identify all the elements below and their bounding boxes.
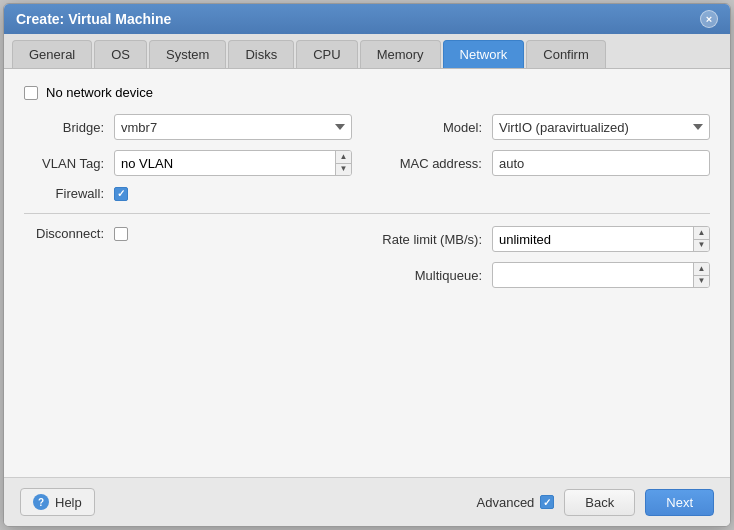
advanced-row: Advanced bbox=[477, 495, 555, 510]
disconnect-label: Disconnect: bbox=[24, 226, 104, 241]
vlan-spinner[interactable]: ▲ ▼ bbox=[114, 150, 352, 176]
footer: ? Help Advanced Back Next bbox=[4, 477, 730, 526]
create-vm-dialog: Create: Virtual Machine × General OS Sys… bbox=[3, 3, 731, 527]
vlan-label: VLAN Tag: bbox=[24, 156, 104, 171]
vlan-down-btn[interactable]: ▼ bbox=[336, 164, 351, 176]
rate-limit-input[interactable] bbox=[493, 230, 693, 249]
rate-limit-down-btn[interactable]: ▼ bbox=[694, 240, 709, 252]
next-button[interactable]: Next bbox=[645, 489, 714, 516]
rate-limit-row: Rate limit (MB/s): ▲ ▼ bbox=[382, 226, 710, 252]
no-network-row: No network device bbox=[24, 85, 710, 100]
multiqueue-input[interactable] bbox=[493, 266, 693, 285]
disconnect-checkbox[interactable] bbox=[114, 227, 128, 241]
vlan-spinner-btns: ▲ ▼ bbox=[335, 151, 351, 175]
tab-content: No network device Bridge: vmbr7 VLAN Tag… bbox=[4, 69, 730, 477]
firewall-label: Firewall: bbox=[24, 186, 104, 201]
firewall-checkbox[interactable] bbox=[114, 187, 128, 201]
tab-network[interactable]: Network bbox=[443, 40, 525, 68]
divider bbox=[24, 213, 710, 214]
model-label: Model: bbox=[382, 120, 482, 135]
multiqueue-up-btn[interactable]: ▲ bbox=[694, 263, 709, 276]
rate-limit-spinner-btns: ▲ ▼ bbox=[693, 227, 709, 251]
tab-cpu[interactable]: CPU bbox=[296, 40, 357, 68]
tab-system[interactable]: System bbox=[149, 40, 226, 68]
firewall-row: Firewall: bbox=[24, 186, 352, 201]
tab-os[interactable]: OS bbox=[94, 40, 147, 68]
vlan-row: VLAN Tag: ▲ ▼ bbox=[24, 150, 352, 176]
tab-confirm[interactable]: Confirm bbox=[526, 40, 606, 68]
rate-limit-label: Rate limit (MB/s): bbox=[382, 232, 482, 247]
multiqueue-down-btn[interactable]: ▼ bbox=[694, 276, 709, 288]
rate-limit-up-btn[interactable]: ▲ bbox=[694, 227, 709, 240]
no-network-checkbox[interactable] bbox=[24, 86, 38, 100]
help-icon: ? bbox=[33, 494, 49, 510]
help-button[interactable]: ? Help bbox=[20, 488, 95, 516]
mac-label: MAC address: bbox=[382, 156, 482, 171]
bridge-select[interactable]: vmbr7 bbox=[114, 114, 352, 140]
advanced-label: Advanced bbox=[477, 495, 535, 510]
mac-input[interactable] bbox=[492, 150, 710, 176]
tab-memory[interactable]: Memory bbox=[360, 40, 441, 68]
rate-limit-spinner[interactable]: ▲ ▼ bbox=[492, 226, 710, 252]
back-button[interactable]: Back bbox=[564, 489, 635, 516]
multiqueue-row: Multiqueue: ▲ ▼ bbox=[382, 262, 710, 288]
multiqueue-spinner-btns: ▲ ▼ bbox=[693, 263, 709, 287]
form-grid-2: Disconnect: Rate limit (MB/s): ▲ ▼ bbox=[24, 226, 710, 288]
multiqueue-label: Multiqueue: bbox=[382, 268, 482, 283]
tab-general[interactable]: General bbox=[12, 40, 92, 68]
advanced-checkbox[interactable] bbox=[540, 495, 554, 509]
footer-right: Advanced Back Next bbox=[477, 489, 714, 516]
close-button[interactable]: × bbox=[700, 10, 718, 28]
help-label: Help bbox=[55, 495, 82, 510]
bridge-row: Bridge: vmbr7 bbox=[24, 114, 352, 140]
multiqueue-spinner[interactable]: ▲ ▼ bbox=[492, 262, 710, 288]
mac-row: MAC address: bbox=[382, 150, 710, 176]
tab-bar: General OS System Disks CPU Memory Netwo… bbox=[4, 34, 730, 69]
tab-disks[interactable]: Disks bbox=[228, 40, 294, 68]
vlan-up-btn[interactable]: ▲ bbox=[336, 151, 351, 164]
title-bar: Create: Virtual Machine × bbox=[4, 4, 730, 34]
dialog-title: Create: Virtual Machine bbox=[16, 11, 171, 27]
disconnect-row: Disconnect: bbox=[24, 226, 352, 241]
form-grid: Bridge: vmbr7 VLAN Tag: ▲ ▼ bbox=[24, 114, 710, 201]
vlan-input[interactable] bbox=[115, 154, 335, 173]
close-icon: × bbox=[706, 13, 712, 25]
model-row: Model: VirtIO (paravirtualized) bbox=[382, 114, 710, 140]
bridge-label: Bridge: bbox=[24, 120, 104, 135]
no-network-label: No network device bbox=[46, 85, 153, 100]
model-select[interactable]: VirtIO (paravirtualized) bbox=[492, 114, 710, 140]
